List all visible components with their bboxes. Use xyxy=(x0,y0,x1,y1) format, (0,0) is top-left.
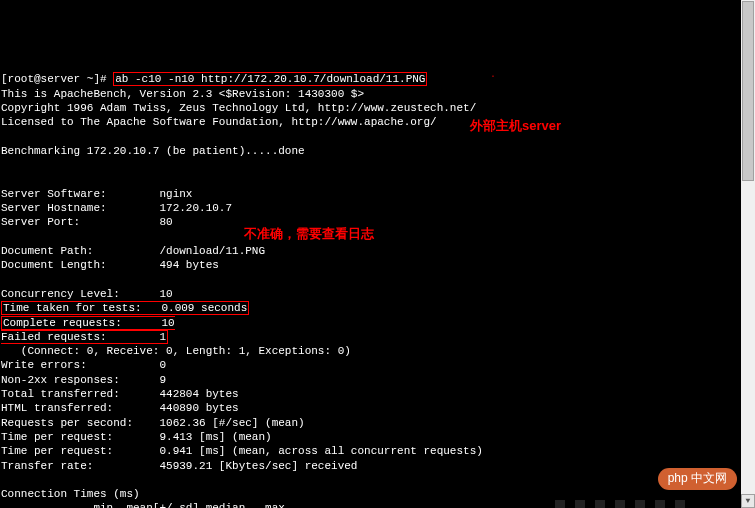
result-line: Write errors: 0 xyxy=(1,359,166,371)
scrollbar-down-arrow[interactable]: ▼ xyxy=(741,494,755,508)
result-line: HTML transferred: 440890 bytes xyxy=(1,402,239,414)
result-line: (Connect: 0, Receive: 0, Length: 1, Exce… xyxy=(1,345,351,357)
watermark-badge: php 中文网 xyxy=(658,468,737,490)
caret-mark: · xyxy=(490,70,496,83)
header-line: This is ApacheBench, Version 2.3 <$Revis… xyxy=(1,88,364,100)
bottom-decoration xyxy=(555,500,695,508)
server-info: Server Hostname: 172.20.10.7 xyxy=(1,202,232,214)
server-info: Server Port: 80 xyxy=(1,216,173,228)
benchmark-line: Benchmarking 172.20.10.7 (be patient)...… xyxy=(1,145,305,157)
terminal-output: [root@server ~]# ab -c10 -n10 http://172… xyxy=(0,57,755,508)
command-highlight-box: ab -c10 -n10 http://172.20.10.7/download… xyxy=(113,72,427,86)
prompt: [root@server ~]# xyxy=(1,73,113,85)
document-info: Document Path: /download/11.PNG xyxy=(1,245,265,257)
annotation-log: 不准确，需要查看日志 xyxy=(244,226,374,243)
result-line: Requests per second: 1062.36 [#/sec] (me… xyxy=(1,417,305,429)
header-line: Copyright 1996 Adam Twiss, Zeus Technolo… xyxy=(1,102,476,114)
result-line: Non-2xx responses: 9 xyxy=(1,374,166,386)
time-taken-box: Time taken for tests: 0.009 seconds xyxy=(1,301,249,315)
result-line: Transfer rate: 45939.21 [Kbytes/sec] rec… xyxy=(1,460,357,472)
result-line: Concurrency Level: 10 xyxy=(1,288,173,300)
annotation-server: 外部主机server xyxy=(470,118,561,135)
result-line: Time per request: 0.941 [ms] (mean, acro… xyxy=(1,445,483,457)
scrollbar[interactable]: ▼ xyxy=(741,0,755,508)
server-info: Server Software: nginx xyxy=(1,188,192,200)
conn-cols: min mean[+/-sd] median max xyxy=(1,502,285,508)
conn-header: Connection Times (ms) xyxy=(1,488,140,500)
scrollbar-thumb[interactable] xyxy=(742,1,754,181)
result-line: Time per request: 9.413 [ms] (mean) xyxy=(1,431,272,443)
requests-box: Complete requests: 10 Failed requests: 1 xyxy=(1,316,175,344)
result-line: Total transferred: 442804 bytes xyxy=(1,388,239,400)
header-line: Licensed to The Apache Software Foundati… xyxy=(1,116,437,128)
document-info: Document Length: 494 bytes xyxy=(1,259,219,271)
